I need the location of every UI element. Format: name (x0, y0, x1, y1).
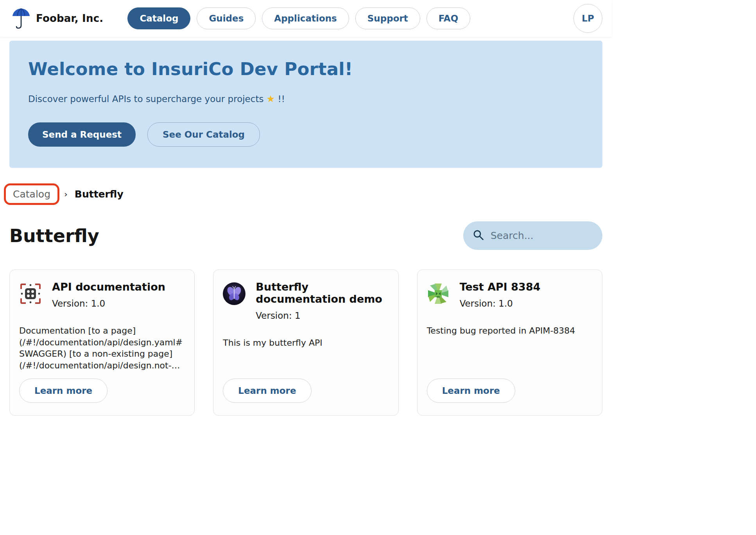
card-header: API documentation Version: 1.0 (19, 281, 185, 309)
learn-more-button[interactable]: Learn more (427, 379, 515, 403)
card-title: API documentation (52, 281, 165, 293)
send-request-button[interactable]: Send a Request (28, 122, 136, 147)
nav-item-faq[interactable]: FAQ (426, 7, 470, 29)
card-header: Test API 8384 Version: 1.0 (427, 281, 593, 309)
top-navbar: Foobar, Inc. Catalog Guides Applications… (0, 0, 612, 37)
breadcrumb-current: Butterfly (75, 189, 124, 200)
highlight-annotation-box: Catalog (4, 183, 59, 205)
card-header: Butterfly documentation demo Version: 1 (223, 281, 389, 321)
card-title-block: API documentation Version: 1.0 (52, 281, 165, 309)
card-description: Testing bug reported in APIM-8384 (427, 325, 591, 337)
api-card-test-8384: Test API 8384 Version: 1.0 Testing bug r… (417, 269, 602, 416)
hero-subtitle-text: Discover powerful APIs to supercharge yo… (28, 94, 267, 104)
learn-more-button[interactable]: Learn more (223, 379, 311, 403)
hero-subtitle: Discover powerful APIs to supercharge yo… (28, 93, 584, 104)
hero-buttons: Send a Request See Our Catalog (28, 122, 584, 147)
nav-item-applications[interactable]: Applications (262, 7, 349, 29)
learn-more-button[interactable]: Learn more (19, 379, 107, 403)
breadcrumb: Catalog › Butterfly (4, 183, 602, 205)
search-input[interactable] (491, 230, 593, 241)
app-container: Foobar, Inc. Catalog Guides Applications… (0, 0, 612, 416)
main-nav: Catalog Guides Applications Support FAQ (127, 7, 470, 29)
card-version: Version: 1.0 (460, 298, 541, 309)
api-card-grid: API documentation Version: 1.0 Documenta… (9, 269, 602, 416)
breadcrumb-separator-icon: › (64, 189, 68, 199)
search-icon (473, 229, 484, 242)
api-card-documentation: API documentation Version: 1.0 Documenta… (9, 269, 195, 416)
butterfly-photo-icon (223, 282, 245, 305)
nav-item-catalog[interactable]: Catalog (127, 7, 190, 29)
page-header-row: Butterfly (9, 221, 602, 250)
hero-title: Welcome to InsuriCo Dev Portal! (28, 59, 584, 79)
card-version: Version: 1.0 (52, 298, 165, 309)
hero-subtitle-suffix: !! (275, 94, 285, 104)
card-title-block: Butterfly documentation demo Version: 1 (256, 281, 389, 321)
page-title: Butterfly (9, 225, 99, 246)
api-card-butterfly-demo: Butterfly documentation demo Version: 1 … (213, 269, 398, 416)
hero-banner: Welcome to InsuriCo Dev Portal! Discover… (9, 41, 602, 168)
green-pinwheel-icon (427, 282, 450, 305)
see-catalog-button[interactable]: See Our Catalog (147, 122, 260, 147)
user-avatar[interactable]: LP (573, 4, 602, 33)
api-document-icon (19, 282, 42, 305)
card-description: This is my butterfly API (223, 337, 387, 349)
card-title: Butterfly documentation demo (256, 281, 389, 305)
card-version: Version: 1 (256, 311, 389, 321)
breadcrumb-link-catalog[interactable]: Catalog (13, 189, 50, 200)
card-description: Documentation [to a page] (/#!/documenta… (19, 325, 183, 372)
card-title-block: Test API 8384 Version: 1.0 (460, 281, 541, 309)
brand-name: Foobar, Inc. (36, 13, 103, 24)
search-box[interactable] (463, 221, 602, 250)
card-title: Test API 8384 (460, 281, 541, 293)
nav-item-guides[interactable]: Guides (197, 7, 256, 29)
nav-item-support[interactable]: Support (355, 7, 420, 29)
umbrella-logo-icon[interactable] (12, 7, 30, 29)
star-icon: ★ (267, 93, 275, 104)
